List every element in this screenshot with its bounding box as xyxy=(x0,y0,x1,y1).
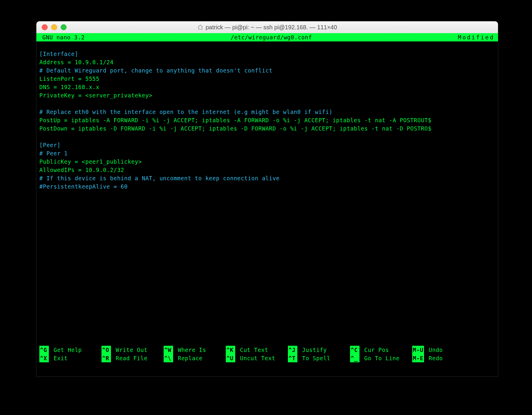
shortcut-cut-text[interactable]: ^K Cut Text xyxy=(226,346,288,354)
editor-line[interactable]: PrivateKey = <server_privatekey> xyxy=(39,91,495,99)
shortcut-label: Go To Line xyxy=(361,354,399,362)
shortcut-read-file[interactable]: ^R Read File xyxy=(101,354,164,362)
shortcut-justify[interactable]: ^J Justify xyxy=(288,346,350,354)
shortcut-key: ^C xyxy=(350,346,359,354)
shortcut-go-to-line[interactable]: ^_ Go To Line xyxy=(350,354,412,362)
editor-line[interactable]: # Replace eth0 with the interface open t… xyxy=(39,108,495,116)
shortcut-label: Exit xyxy=(50,354,68,362)
shortcut-label: Uncut Text xyxy=(236,354,275,362)
shortcut-label: To Spell xyxy=(299,354,330,362)
editor-line[interactable]: DNS = 192.168.x.x xyxy=(39,83,495,91)
editor-line[interactable]: PublicKey = <peer1_publickey> xyxy=(39,157,495,166)
shortcut-key: ^W xyxy=(164,346,173,354)
shortcut-key: ^\ xyxy=(164,354,173,362)
editor-line[interactable]: [Interface] xyxy=(39,50,495,58)
shortcut-label: Cur Pos xyxy=(361,346,389,354)
shortcut-label: Replace xyxy=(174,354,203,362)
nano-app-name: GNU nano 3.2 xyxy=(38,33,85,41)
terminal-viewport[interactable]: GNU nano 3.2 /etc/wireguard/wg0.conf Mod… xyxy=(36,33,498,377)
shortcut-redo[interactable]: M-E Redo xyxy=(412,354,495,362)
editor-line[interactable] xyxy=(39,133,495,141)
close-button[interactable] xyxy=(42,24,48,30)
shortcut-key: ^O xyxy=(101,346,111,354)
shortcut-key: ^J xyxy=(288,346,297,354)
shortcut-label: Write Out xyxy=(112,346,147,354)
shortcut-label: Where Is xyxy=(174,346,206,354)
shortcut-key: ^T xyxy=(288,354,297,362)
editor-line[interactable] xyxy=(39,99,495,108)
shortcut-uncut-text[interactable]: ^U Uncut Text xyxy=(226,354,288,362)
shortcut-replace[interactable]: ^\ Replace xyxy=(164,354,226,362)
shortcut-key: ^_ xyxy=(350,354,359,362)
editor-line[interactable]: PostDown = iptables -D FORWARD -i %i -j … xyxy=(39,124,495,133)
shortcut-key: ^G xyxy=(39,346,49,354)
editor-line[interactable]: ListenPort = 5555 xyxy=(39,75,495,83)
maximize-button[interactable] xyxy=(61,24,67,30)
editor-line[interactable]: Address = 10.9.0.1/24 xyxy=(39,58,495,66)
editor-line[interactable] xyxy=(39,41,495,50)
shortcut-key: M-U xyxy=(412,346,424,354)
shortcut-where-is[interactable]: ^W Where Is xyxy=(164,346,226,354)
editor-line[interactable]: PostUp = iptables -A FORWARD -i %i -j AC… xyxy=(39,116,495,124)
shortcut-to-spell[interactable]: ^T To Spell xyxy=(288,354,350,362)
editor-line[interactable]: # Peer 1 xyxy=(39,149,495,157)
shortcut-cur-pos[interactable]: ^C Cur Pos xyxy=(350,346,412,354)
editor-line[interactable]: AllowedIPs = 10.9.0.2/32 xyxy=(39,166,495,174)
editor-line[interactable]: # If this device is behind a NAT, uncomm… xyxy=(39,174,495,182)
shortcut-label: Undo xyxy=(425,346,443,354)
minimize-button[interactable] xyxy=(51,24,57,30)
traffic-lights xyxy=(42,24,67,30)
shortcut-key: ^X xyxy=(39,354,49,362)
window-title-text: patrick — pi@pi: ~ — ssh pi@192.168. — 1… xyxy=(206,24,337,31)
editor-line[interactable]: #PersistentkeepAlive = 60 xyxy=(39,182,495,191)
terminal-window: patrick — pi@pi: ~ — ssh pi@192.168. — 1… xyxy=(36,21,498,377)
window-title: patrick — pi@pi: ~ — ssh pi@192.168. — 1… xyxy=(36,24,498,31)
shortcut-undo[interactable]: M-U Undo xyxy=(412,346,495,354)
home-icon xyxy=(197,24,203,30)
shortcut-key: M-E xyxy=(412,354,424,362)
shortcut-label: Get Help xyxy=(50,346,82,354)
shortcut-label: Cut Text xyxy=(236,346,268,354)
shortcut-get-help[interactable]: ^G Get Help xyxy=(39,346,101,354)
shortcut-exit[interactable]: ^X Exit xyxy=(39,354,101,362)
shortcut-label: Justify xyxy=(299,346,327,354)
shortcut-label: Read File xyxy=(112,354,147,362)
shortcut-key: ^R xyxy=(101,354,111,362)
editor-line[interactable]: # Default Wireguard port, change to anyt… xyxy=(39,66,495,75)
shortcut-key: ^K xyxy=(226,346,235,354)
nano-status: Modified xyxy=(458,33,496,41)
nano-header: GNU nano 3.2 /etc/wireguard/wg0.conf Mod… xyxy=(36,33,498,41)
shortcut-key: ^U xyxy=(226,354,235,362)
editor-line[interactable]: [Peer] xyxy=(39,141,495,149)
nano-shortcut-bar: ^G Get Help^O Write Out^W Where Is^K Cut… xyxy=(39,346,495,362)
shortcut-label: Redo xyxy=(425,354,443,362)
titlebar[interactable]: patrick — pi@pi: ~ — ssh pi@192.168. — 1… xyxy=(36,21,498,33)
nano-file-path: /etc/wireguard/wg0.conf xyxy=(85,33,458,41)
shortcut-write-out[interactable]: ^O Write Out xyxy=(101,346,164,354)
editor-content[interactable]: [Interface]Address = 10.9.0.1/24# Defaul… xyxy=(36,41,498,191)
